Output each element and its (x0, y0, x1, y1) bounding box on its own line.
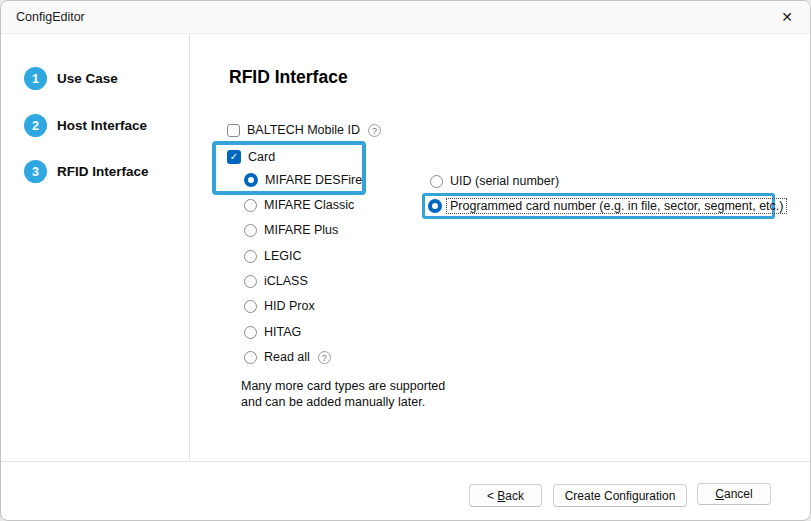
radio-row-read-all[interactable]: Read all ? (244, 348, 331, 366)
radio-unselected[interactable] (244, 326, 257, 339)
back-button-accesskey: B (497, 489, 505, 503)
radio-row-hitag[interactable]: HITAG (244, 323, 301, 341)
note-text: Many more card types are supported and c… (241, 379, 445, 410)
radio-unselected[interactable] (244, 199, 257, 212)
radio-unselected[interactable] (244, 224, 257, 237)
radio-row-mifare-classic[interactable]: MIFARE Classic (244, 196, 354, 214)
note-line-1: Many more card types are supported (241, 379, 445, 395)
radio-label: iCLASS (264, 274, 308, 288)
window-title: ConfigEditor (16, 10, 85, 24)
page-title: RFID Interface (229, 67, 348, 88)
radio-label: UID (serial number) (450, 174, 559, 188)
radio-row-mifare-plus[interactable]: MIFARE Plus (244, 221, 338, 239)
radio-label: MIFARE Classic (264, 198, 354, 212)
radio-row-mifare-desfire[interactable]: MIFARE DESFire (244, 171, 362, 189)
footer-divider (1, 461, 810, 462)
back-button-rest: ack (505, 489, 524, 503)
checkbox-label: Card (248, 150, 275, 164)
radio-label-focused: Programmed card number (e.g. in file, se… (446, 198, 787, 214)
step-label: Host Interface (57, 118, 147, 133)
radio-unselected[interactable] (244, 250, 257, 263)
note-line-2: and can be added manually later. (241, 395, 445, 411)
radio-unselected[interactable] (244, 300, 257, 313)
checkbox-checked[interactable]: ✓ (227, 150, 241, 164)
config-editor-window: ConfigEditor ✕ 1 Use Case 2 Host Interfa… (0, 0, 811, 521)
radio-label: HID Prox (264, 299, 315, 313)
step-label: Use Case (57, 71, 118, 86)
radio-unselected[interactable] (244, 351, 257, 364)
checkbox-unchecked[interactable] (227, 124, 240, 137)
radio-label: MIFARE DESFire (265, 173, 362, 187)
sidebar-step-use-case[interactable]: 1 Use Case (24, 67, 118, 90)
checkbox-row-baltech-mobile-id[interactable]: BALTECH Mobile ID ? (227, 121, 381, 139)
cancel-button[interactable]: Cancel (697, 483, 771, 505)
radio-label: LEGIC (264, 249, 302, 263)
sidebar-step-host-interface[interactable]: 2 Host Interface (24, 114, 147, 137)
radio-row-programmed-card-number[interactable]: Programmed card number (e.g. in file, se… (428, 197, 787, 215)
close-icon[interactable]: ✕ (776, 6, 798, 28)
radio-row-uid-serial-number[interactable]: UID (serial number) (430, 172, 559, 190)
radio-label: Read all (264, 350, 310, 364)
create-button-label: Create Configuration (565, 489, 676, 503)
step-label: RFID Interface (57, 164, 149, 179)
checkbox-row-card[interactable]: ✓ Card (227, 148, 275, 166)
radio-unselected[interactable] (244, 275, 257, 288)
back-button-prefix: < (487, 489, 497, 503)
cancel-button-rest: ancel (724, 487, 753, 501)
radio-label: MIFARE Plus (264, 223, 338, 237)
radio-selected[interactable] (428, 199, 442, 213)
radio-row-legic[interactable]: LEGIC (244, 247, 302, 265)
cancel-button-accesskey: C (715, 487, 724, 501)
help-icon[interactable]: ? (318, 351, 331, 364)
checkbox-label: BALTECH Mobile ID (247, 123, 360, 137)
create-configuration-button[interactable]: Create Configuration (553, 484, 687, 507)
title-bar: ConfigEditor (1, 1, 810, 34)
radio-label: HITAG (264, 325, 301, 339)
step-number-badge: 2 (24, 114, 47, 137)
radio-row-hid-prox[interactable]: HID Prox (244, 297, 315, 315)
help-icon[interactable]: ? (368, 124, 381, 137)
step-number-badge: 3 (24, 160, 47, 183)
radio-row-iclass[interactable]: iCLASS (244, 272, 308, 290)
sidebar-divider (189, 34, 190, 461)
back-button[interactable]: < Back (469, 484, 542, 507)
step-number-badge: 1 (24, 67, 47, 90)
sidebar-step-rfid-interface[interactable]: 3 RFID Interface (24, 160, 149, 183)
radio-selected[interactable] (244, 173, 258, 187)
radio-unselected[interactable] (430, 175, 443, 188)
